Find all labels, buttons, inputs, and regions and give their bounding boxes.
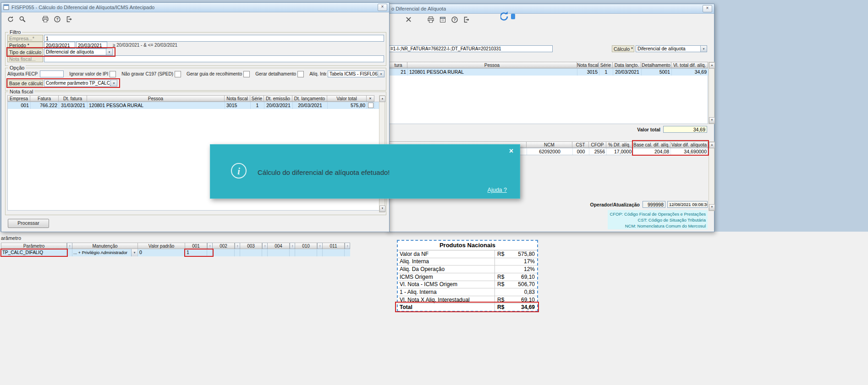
tipo-calculo-combo[interactable]: Diferencial de alíquota ▾ bbox=[44, 49, 113, 55]
row-checkbox[interactable] bbox=[368, 103, 374, 108]
column-header[interactable]: Valor dif. alíquota bbox=[670, 141, 708, 148]
grid-cell[interactable]: 1 bbox=[599, 69, 613, 76]
sort-icon[interactable]: ↕ bbox=[67, 243, 72, 249]
grid-cell[interactable]: 34,69 bbox=[672, 69, 709, 76]
grid-cell[interactable]: 204,08 bbox=[633, 148, 671, 155]
help-icon[interactable]: ? bbox=[53, 15, 61, 23]
grid-cell[interactable]: 62092000 bbox=[527, 148, 573, 155]
detail-filter-input[interactable]: =1-I-;NR_FATURA=766222-I-;DT_FATURA=2021… bbox=[389, 45, 553, 52]
column-header[interactable]: 004 bbox=[268, 243, 290, 249]
sort-icon[interactable]: ↕ bbox=[345, 243, 350, 249]
grid-cell[interactable]: 5001 bbox=[642, 69, 672, 76]
gerar-detalhamento-checkbox[interactable] bbox=[297, 71, 304, 77]
column-header[interactable]: Vl. total dif. alíq. bbox=[671, 62, 708, 68]
sheet-cell[interactable]: R$69,10 bbox=[495, 296, 537, 304]
column-header[interactable]: NCM bbox=[527, 141, 572, 148]
detail-window-titlebar[interactable]: o Diferencial de Alíquota × bbox=[388, 4, 714, 14]
chevron-down-icon[interactable]: ▾ bbox=[131, 249, 137, 256]
parametro-cell[interactable]: TP_CALC_DIFALIQ bbox=[1, 249, 67, 256]
column-header[interactable]: 003 bbox=[240, 243, 262, 249]
spreadsheet-row[interactable]: Aliq. Da Operação 12% bbox=[398, 266, 537, 273]
dialog-help-link[interactable]: Ajuda ? bbox=[488, 187, 507, 193]
sheet-cell[interactable]: Aliq. Interna bbox=[398, 258, 495, 266]
value-cell-003[interactable] bbox=[240, 249, 262, 256]
column-header[interactable]: 010 bbox=[295, 243, 317, 249]
grid-cell[interactable]: 20/03/2021 bbox=[293, 102, 328, 109]
column-header[interactable]: Dt. lançamento bbox=[292, 95, 327, 102]
scroll-up-icon[interactable]: ▲ bbox=[709, 142, 715, 148]
grid-cell[interactable]: 3015 bbox=[577, 69, 599, 76]
spreadsheet-total-row[interactable]: Total R$34,69 bbox=[398, 304, 537, 311]
column-header[interactable]: Parâmetro bbox=[1, 243, 67, 249]
detail-close-button[interactable]: × bbox=[703, 5, 712, 12]
sheet-cell[interactable]: ICMS Origem bbox=[398, 273, 495, 281]
help-icon[interactable]: ? bbox=[450, 15, 459, 24]
grid-cell[interactable]: 3015 bbox=[225, 102, 251, 109]
sheet-cell[interactable]: Valor da NF bbox=[398, 250, 495, 258]
column-header[interactable]: % Dif. alíq. bbox=[606, 141, 633, 148]
column-header[interactable]: Base cal. dif. alíq. bbox=[633, 141, 670, 148]
calculo-combo[interactable]: Diferencial de alíquota ▾ bbox=[636, 45, 707, 52]
chevron-down-icon[interactable]: ▾ bbox=[110, 80, 117, 86]
search-icon[interactable] bbox=[18, 15, 27, 23]
scroll-down-icon[interactable]: ▼ bbox=[379, 206, 385, 212]
periodo-to-input[interactable]: 20/03/2021 bbox=[76, 42, 107, 49]
spreadsheet-row[interactable]: Vl. Nota - ICMS Origem R$506,70 bbox=[398, 281, 537, 289]
sheet-cell[interactable]: R$69,10 bbox=[495, 273, 537, 281]
spreadsheet-row[interactable]: Valor da NF R$575,80 bbox=[398, 250, 537, 258]
main-close-button[interactable]: × bbox=[378, 4, 387, 11]
sort-icon[interactable]: ↕ bbox=[317, 243, 323, 249]
sheet-cell[interactable]: R$575,80 bbox=[495, 250, 537, 258]
scroll-down-icon[interactable]: ▼ bbox=[709, 204, 715, 211]
grid-cell[interactable]: 120801 PESSOA RURAL bbox=[88, 102, 225, 109]
grid-cell[interactable]: 20/03/2021 bbox=[613, 69, 642, 76]
column-header[interactable]: CST bbox=[572, 141, 589, 148]
column-header[interactable]: Nota fiscal bbox=[225, 95, 250, 102]
column-header[interactable]: Dt. emissão bbox=[264, 95, 292, 102]
empresa-input[interactable]: 1 bbox=[44, 35, 384, 42]
column-header[interactable]: Manutenção bbox=[72, 243, 138, 249]
column-header[interactable]: Detalhamento bbox=[641, 62, 671, 68]
column-header[interactable]: 011 bbox=[323, 243, 345, 249]
spreadsheet-row[interactable]: ICMS Origem R$69,10 bbox=[398, 273, 537, 281]
spreadsheet-row[interactable]: 1 - Aliq. Interna 0,83 bbox=[398, 288, 537, 296]
valor-padrao-cell[interactable]: 0 bbox=[138, 249, 185, 256]
column-header[interactable]: Dt. fatura bbox=[59, 95, 87, 102]
grid-cell[interactable]: 17,0000 bbox=[607, 148, 633, 155]
sheet-cell[interactable]: 17% bbox=[495, 258, 537, 266]
undo-icon[interactable] bbox=[6, 15, 15, 23]
aliquota-fecp-input[interactable] bbox=[40, 70, 64, 77]
spreadsheet-title[interactable]: Produtos Nacionais bbox=[398, 241, 537, 250]
parametro-row[interactable]: TP_CALC_DIFALIQ ... + Privilégio Adminis… bbox=[1, 249, 350, 256]
value-cell-004[interactable] bbox=[268, 249, 290, 256]
value-cell-010[interactable] bbox=[295, 249, 317, 256]
sheet-cell[interactable]: Total bbox=[398, 304, 495, 311]
chevron-down-icon[interactable]: ▾ bbox=[378, 71, 384, 77]
grid-cell[interactable]: 34,690000 bbox=[671, 148, 709, 155]
column-header[interactable]: Valor padrão bbox=[138, 243, 185, 249]
aliq-interestadual-combo[interactable]: Tabela ICMS - FISFL062 ▾ bbox=[328, 70, 385, 77]
column-header[interactable]: tura bbox=[389, 62, 407, 68]
print-icon[interactable] bbox=[426, 15, 435, 24]
sort-icon[interactable]: ↕ bbox=[290, 243, 295, 249]
processar-button[interactable]: Processar bbox=[8, 219, 49, 228]
calendar-icon[interactable] bbox=[438, 15, 447, 24]
grid-cell[interactable]: 000 bbox=[573, 148, 589, 155]
sheet-cell[interactable]: 12% bbox=[495, 266, 537, 273]
column-header[interactable]: CFOP bbox=[589, 141, 606, 148]
value-cell-011[interactable] bbox=[323, 249, 345, 256]
value-cell-001[interactable]: 1 bbox=[185, 249, 207, 256]
grid-cell[interactable]: 1 bbox=[251, 102, 264, 109]
row-select-cell[interactable] bbox=[367, 102, 375, 109]
cancel-icon[interactable] bbox=[404, 15, 413, 24]
sort-icon[interactable]: ↕ bbox=[235, 243, 240, 249]
grid-cell[interactable]: 20/03/2021 bbox=[264, 102, 293, 109]
ignorar-ipi-checkbox[interactable] bbox=[110, 71, 116, 77]
scroll-down-icon[interactable]: ▼ bbox=[709, 117, 715, 124]
column-header[interactable]: Nota fiscal bbox=[577, 62, 599, 68]
scroll-up-icon[interactable]: ▲ bbox=[709, 62, 715, 69]
table-row[interactable]: 21 120801 PESSOA RURAL 3015 1 20/03/2021… bbox=[390, 69, 709, 76]
sheet-cell[interactable]: R$34,69 bbox=[495, 304, 537, 311]
base-calculo-combo[interactable]: Conforme parâmetro TP_CALC_DIF ▾ bbox=[44, 80, 117, 87]
column-header[interactable]: Série bbox=[599, 62, 613, 68]
